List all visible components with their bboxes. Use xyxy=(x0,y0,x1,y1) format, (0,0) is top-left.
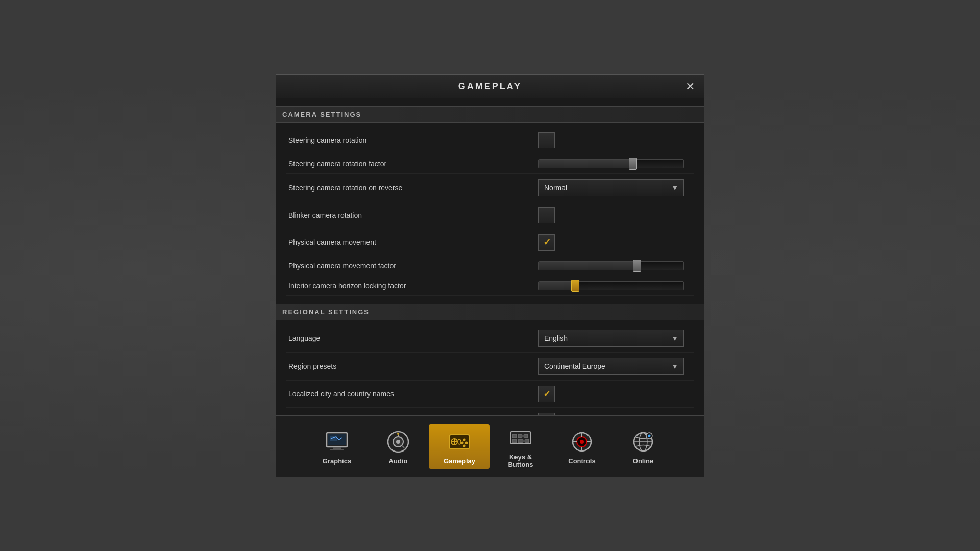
localized-names-toggle[interactable] xyxy=(538,386,555,402)
steering-factor-slider[interactable] xyxy=(538,159,684,168)
audio-icon xyxy=(385,429,411,455)
setting-row-physical-factor: Physical camera movement factor xyxy=(286,256,694,276)
svg-rect-27 xyxy=(525,439,529,443)
svg-rect-1 xyxy=(333,447,341,449)
dialog-title: GAMEPLAY xyxy=(458,81,522,92)
tab-online[interactable]: Online xyxy=(612,424,674,469)
tab-keys-label: Keys & Buttons xyxy=(508,453,533,468)
region-presets-dropdown[interactable]: Continental Europe ▼ xyxy=(538,358,684,375)
setting-row-steering-reverse: Steering camera rotation on reverse Norm… xyxy=(286,174,694,202)
setting-row-secondary-names: Show secondary names in map xyxy=(286,408,694,415)
tab-audio-label: Audio xyxy=(389,457,408,465)
setting-label: Interior camera horizon locking factor xyxy=(288,282,538,290)
setting-label: Localized city and country names xyxy=(288,390,538,398)
svg-point-17 xyxy=(465,441,468,444)
svg-rect-2 xyxy=(330,449,344,450)
gameplay-icon xyxy=(446,429,473,455)
setting-label: Region presets xyxy=(288,362,538,370)
setting-row-horizon-factor: Interior camera horizon locking factor xyxy=(286,276,694,296)
physical-factor-slider[interactable] xyxy=(538,261,684,270)
setting-row-physical-movement: Physical camera movement xyxy=(286,229,694,256)
setting-control xyxy=(538,261,692,270)
steering-rotation-toggle[interactable] xyxy=(538,132,555,148)
setting-label: Physical camera movement factor xyxy=(288,262,538,270)
regional-settings-header: REGIONAL SETTINGS xyxy=(276,304,704,320)
setting-control xyxy=(538,386,692,402)
chevron-down-icon: ▼ xyxy=(671,334,678,342)
monitor-icon xyxy=(324,429,350,455)
setting-row-steering-rotation: Steering camera rotation xyxy=(286,127,694,154)
setting-label: Steering camera rotation factor xyxy=(288,160,538,168)
tab-gameplay[interactable]: Gameplay xyxy=(429,424,490,469)
setting-row-language: Language English ▼ xyxy=(286,324,694,353)
svg-rect-23 xyxy=(518,434,522,438)
setting-control: Normal ▼ xyxy=(538,179,692,196)
setting-row-localized-names: Localized city and country names xyxy=(286,381,694,408)
setting-control xyxy=(538,281,692,290)
dropdown-value: English xyxy=(544,334,568,342)
setting-label: Language xyxy=(288,334,538,342)
tab-keys-buttons[interactable]: Keys & Buttons xyxy=(490,420,551,472)
setting-label: Blinker camera rotation xyxy=(288,211,538,219)
svg-rect-24 xyxy=(524,434,528,438)
camera-settings-header: CAMERA SETTINGS xyxy=(276,106,704,123)
physical-movement-toggle[interactable] xyxy=(538,234,555,251)
setting-row-blinker-rotation: Blinker camera rotation xyxy=(286,202,694,229)
close-button[interactable]: ✕ xyxy=(682,79,698,94)
setting-row-region-presets: Region presets Continental Europe ▼ xyxy=(286,353,694,381)
blinker-rotation-toggle[interactable] xyxy=(538,207,555,223)
setting-control: English ▼ xyxy=(538,330,692,347)
svg-point-9 xyxy=(397,433,399,435)
steering-reverse-dropdown[interactable]: Normal ▼ xyxy=(538,179,684,196)
svg-point-8 xyxy=(396,440,400,444)
chevron-down-icon: ▼ xyxy=(671,362,678,370)
language-dropdown[interactable]: English ▼ xyxy=(538,330,684,347)
tab-graphics-label: Graphics xyxy=(323,457,351,465)
setting-control: Continental Europe ▼ xyxy=(538,358,692,375)
setting-label: Physical camera movement xyxy=(288,238,538,246)
setting-control xyxy=(538,234,692,251)
gameplay-dialog: GAMEPLAY ✕ CAMERA SETTINGS Steering came… xyxy=(276,74,704,415)
dropdown-value: Continental Europe xyxy=(544,362,605,370)
online-icon xyxy=(630,429,656,455)
svg-point-18 xyxy=(461,441,464,444)
tab-controls-label: Controls xyxy=(568,457,595,465)
svg-point-16 xyxy=(463,438,466,441)
tab-controls[interactable]: Controls xyxy=(551,424,612,469)
controls-icon xyxy=(569,429,595,455)
svg-point-19 xyxy=(463,444,466,447)
setting-row-steering-factor: Steering camera rotation factor xyxy=(286,154,694,174)
setting-control xyxy=(538,207,692,223)
settings-content: CAMERA SETTINGS Steering camera rotation… xyxy=(276,98,704,415)
svg-point-39 xyxy=(648,434,651,437)
setting-control xyxy=(538,413,692,415)
svg-rect-22 xyxy=(512,434,517,438)
setting-label: Steering camera rotation on reverse xyxy=(288,184,538,192)
dialog-title-bar: GAMEPLAY ✕ xyxy=(276,75,704,98)
tab-graphics[interactable]: Graphics xyxy=(306,424,368,469)
keys-icon xyxy=(507,424,534,451)
chevron-down-icon: ▼ xyxy=(671,184,678,192)
dropdown-value: Normal xyxy=(544,184,567,192)
horizon-factor-slider[interactable] xyxy=(538,281,684,290)
svg-rect-25 xyxy=(512,439,517,443)
tab-gameplay-label: Gameplay xyxy=(444,457,475,465)
svg-point-30 xyxy=(580,440,584,444)
svg-rect-4 xyxy=(330,436,337,441)
tab-audio[interactable]: Audio xyxy=(368,424,429,469)
tab-online-label: Online xyxy=(633,457,653,465)
secondary-names-toggle[interactable] xyxy=(538,413,555,415)
tab-bar: Graphics Audio xyxy=(276,415,704,477)
setting-control xyxy=(538,132,692,148)
svg-rect-26 xyxy=(518,439,523,443)
setting-control xyxy=(538,159,692,168)
setting-label: Steering camera rotation xyxy=(288,136,538,144)
